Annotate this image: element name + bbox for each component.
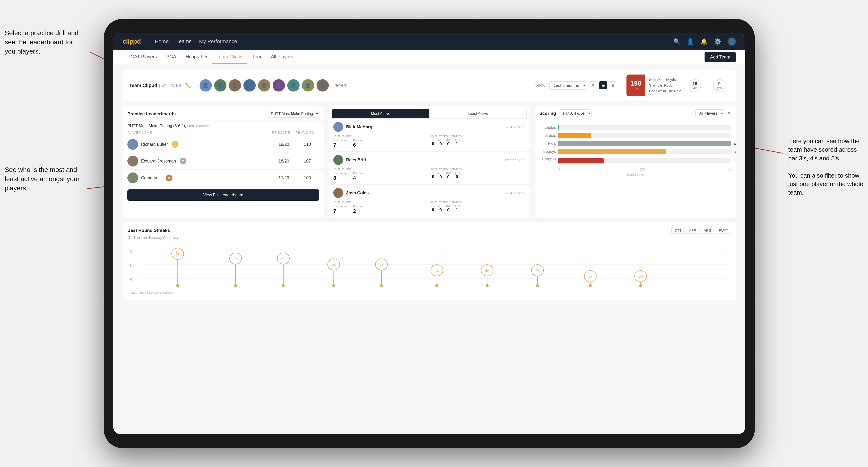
- active-stats-2: Total Rounds Tournament 8 Practice 4: [333, 167, 525, 181]
- svg-text:4: 4: [130, 277, 132, 282]
- view-full-leaderboard-button[interactable]: View Full Leaderboard: [127, 189, 319, 201]
- svg-point-26: [332, 284, 335, 287]
- scoring-expand-icon[interactable]: ▼: [727, 111, 731, 116]
- active-stats-3: Total Rounds Tournament 7 Practice 2: [333, 200, 525, 214]
- svg-point-18: [234, 284, 237, 287]
- player-avatar-5[interactable]: 👤: [258, 79, 270, 92]
- grid-view-icon[interactable]: ⊞: [589, 81, 597, 89]
- player-avatar-6[interactable]: 👤: [273, 79, 285, 92]
- lb-row-1: Richard Butler 1 19/20 110: [123, 136, 324, 153]
- streaks-subtitle: Off The Tee, Fairway Accuracy: [127, 236, 731, 240]
- subnav-all-players[interactable]: All Players: [266, 50, 298, 64]
- scoring-title: Scoring: [539, 111, 556, 116]
- edit-icon[interactable]: ✏️: [185, 83, 190, 88]
- lb-name-1: Richard Butler: [141, 142, 168, 147]
- streaks-chart-svg: 8 6 4 7x 6x: [127, 243, 731, 290]
- nav-item-home[interactable]: Home: [155, 38, 168, 44]
- add-team-button[interactable]: Add Team: [705, 52, 736, 62]
- svg-text:4x: 4x: [485, 268, 489, 272]
- svg-text:6: 6: [130, 263, 132, 268]
- annotation-top-left: Select a practice drill and see the lead…: [5, 28, 85, 56]
- player-avatar-7[interactable]: 👤: [287, 79, 300, 92]
- player-avatar-3[interactable]: 👤: [229, 79, 241, 92]
- active-name-3: Josh Coles: [346, 191, 369, 195]
- svg-point-30: [380, 284, 383, 287]
- player-avatar-4[interactable]: 👤: [243, 79, 256, 92]
- shot-details-section: Shot Dist: 16 yds Start Lie: Rough End L…: [645, 74, 685, 96]
- bar-row-bogeys: Bogeys 311: [539, 149, 731, 154]
- streaks-card: Best Round Streaks OTT APP ARG PUTT Off …: [123, 222, 736, 300]
- active-tab-toggle: Most Active Least Active: [329, 106, 530, 118]
- svg-text:4x: 4x: [435, 268, 439, 272]
- svg-text:7x: 7x: [176, 252, 180, 256]
- team-name-section: Team Clippd | 14 Players ✏️: [129, 83, 190, 88]
- lb-player-1: Richard Butler 1: [127, 139, 272, 150]
- svg-text:4x: 4x: [535, 268, 540, 272]
- least-active-tab[interactable]: Least Active: [429, 109, 527, 118]
- player-avatar-9[interactable]: 👤: [316, 79, 329, 92]
- lb-row-3: Cameron... 3 17/20 103: [123, 169, 324, 186]
- active-name-2: Rees Britt: [346, 158, 366, 162]
- arg-btn[interactable]: ARG: [701, 227, 714, 234]
- ott-btn[interactable]: OTT: [671, 227, 684, 234]
- players-avatars-row: 👤 👤 👤 👤 👤 👤 👤 👤 👤 Players: [199, 79, 347, 92]
- nav-item-performance[interactable]: My Performance: [199, 38, 237, 44]
- svg-text:5x: 5x: [379, 262, 384, 267]
- player-avatar-1[interactable]: 👤: [199, 79, 212, 92]
- player-avatar-8[interactable]: 👤: [302, 79, 314, 92]
- subnav-pgat[interactable]: PGAT Players: [123, 50, 161, 64]
- drill-select[interactable]: PUTT Must Make Putting ...: [267, 110, 319, 118]
- annotation-right: Here you can see how theteam have scored…: [788, 137, 863, 197]
- streaks-header: Best Round Streaks OTT APP ARG PUTT: [127, 227, 731, 234]
- sort-icon[interactable]: ⇅: [609, 81, 617, 89]
- player-avatar-2[interactable]: 👤: [214, 79, 226, 92]
- show-period-select[interactable]: Last 3 months Last 6 months Last year: [549, 81, 586, 90]
- avatar-icon[interactable]: 👤: [728, 37, 736, 45]
- subnav-pga[interactable]: PGA: [161, 50, 181, 64]
- lb-badge-silver: 2: [180, 158, 186, 164]
- person-icon[interactable]: 👤: [687, 38, 694, 45]
- list-view-icon[interactable]: ☰: [599, 81, 607, 89]
- players-label: Players: [334, 83, 347, 88]
- subnav-tour[interactable]: Tour: [247, 50, 266, 64]
- practice-leaderboard-card: Practice Leaderboards PUTT Must Make Put…: [123, 106, 324, 217]
- show-label: Show:: [535, 83, 546, 88]
- chart-axis: 0 200 400: [539, 167, 731, 171]
- streaks-btns: OTT APP ARG PUTT: [671, 227, 731, 234]
- bell-icon[interactable]: 🔔: [701, 38, 708, 45]
- show-row: Show: Last 3 months Last 6 months Last y…: [535, 81, 617, 90]
- putt-btn[interactable]: PUTT: [716, 227, 731, 234]
- yds-right: 0 yds: [713, 79, 725, 92]
- settings-icon[interactable]: ⚙️: [714, 38, 721, 45]
- tablet-screen: clippd Home Teams My Performance 🔍 👤 🔔 ⚙…: [113, 33, 745, 434]
- active-date-2: 02 Sep 2023: [505, 158, 525, 162]
- shot-number: 198: [630, 80, 641, 87]
- leaderboard-header: Practice Leaderboards PUTT Must Make Put…: [123, 106, 324, 121]
- app-btn[interactable]: APP: [686, 227, 699, 234]
- search-icon[interactable]: 🔍: [673, 38, 680, 45]
- y-axis-label: Cumulative Fairway Accuracy: [130, 291, 731, 295]
- scoring-par-filter[interactable]: Par 3, 4 & 5s Par 3s Par 4s Par 5s: [559, 110, 592, 117]
- subnav-team-clippd[interactable]: Team Clippd: [212, 50, 247, 64]
- tablet: clippd Home Teams My Performance 🔍 👤 🔔 ⚙…: [104, 19, 755, 448]
- scoring-player-filter[interactable]: All Players: [695, 110, 724, 117]
- nav-item-teams[interactable]: Teams: [176, 38, 191, 44]
- svg-text:3x: 3x: [588, 274, 593, 278]
- nav-icons: 🔍 👤 🔔 ⚙️ 👤: [673, 37, 736, 45]
- lb-badge-bronze: 3: [166, 175, 173, 181]
- scoring-bar-chart: Eagles 3 Birdies 96: [535, 121, 736, 181]
- subnav-hcaps[interactable]: Hcaps 1-5: [181, 50, 212, 64]
- svg-point-38: [486, 284, 489, 287]
- svg-point-50: [639, 284, 642, 287]
- active-player-header-2: Rees Britt 02 Sep 2023: [333, 155, 525, 165]
- most-active-tab[interactable]: Most Active: [332, 109, 429, 118]
- bar-fill-birdies: [558, 133, 592, 138]
- shot-yds-row: 16 yds → 0 yds: [685, 74, 729, 96]
- chart-total-label: Total Shots: [539, 173, 731, 177]
- svg-point-42: [536, 284, 539, 287]
- scoring-header: Scoring Par 3, 4 & 5s Par 3s Par 4s Par …: [535, 106, 736, 121]
- svg-text:8: 8: [130, 249, 132, 253]
- team-player-count: 14 Players: [162, 83, 181, 88]
- team-name: Team Clippd: [129, 83, 157, 88]
- lb-avatar-1: [127, 139, 138, 150]
